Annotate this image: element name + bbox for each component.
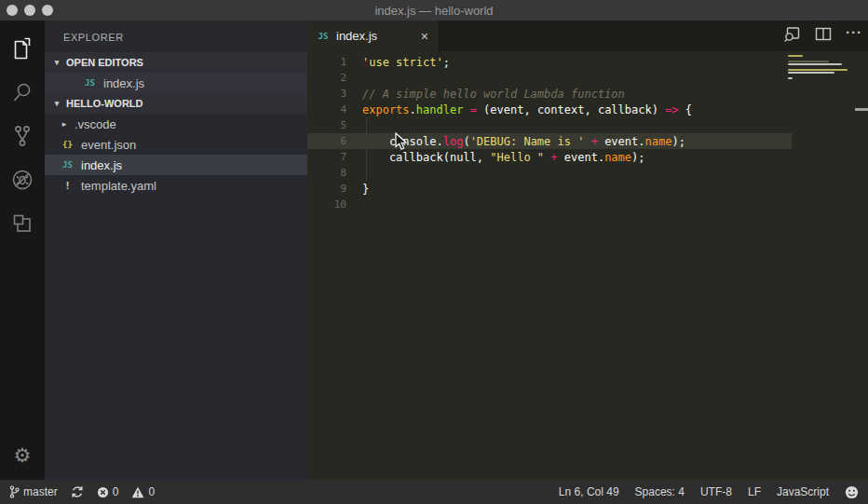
yaml-file-icon: ! [60,180,75,192]
tree-item-index-js[interactable]: JS index.js [45,155,307,175]
window-title: index.js — hello-world [374,4,493,18]
tab-close-icon[interactable]: × [421,29,428,44]
warning-icon [131,486,144,498]
error-icon [97,486,109,498]
more-actions-button[interactable]: ··· [846,33,862,39]
js-file-icon: JS [317,32,330,41]
sidebar-title: EXPLORER [45,20,307,52]
cursor-position[interactable]: Ln 6, Col 49 [559,485,619,498]
code-line[interactable]: 10 [307,197,868,212]
warning-count-value: 0 [148,485,155,498]
zoom-button[interactable] [42,5,53,16]
line-number[interactable]: 10 [307,198,362,211]
no-bug-icon [10,168,34,196]
mouse-pointer [395,132,408,154]
activity-bar: ⚙ [0,20,45,480]
line-number[interactable]: 7 [307,151,362,163]
git-branch-status[interactable]: master [9,485,58,498]
sidebar-item-debug[interactable] [0,159,45,203]
error-count[interactable]: 0 [97,485,119,498]
branch-icon [9,485,20,498]
code-text: // A simple hello world Lambda function [362,88,625,101]
minimap-line [788,69,848,71]
js-file-icon: JS [82,78,98,88]
twisty-collapsed-icon: ▸ [60,119,69,129]
sync-icon [71,485,84,498]
code-line[interactable]: 8 [307,165,868,181]
code-text: 'use strict'; [362,56,450,69]
traffic-lights [7,5,53,16]
sidebar-item-extensions[interactable] [0,203,45,247]
encoding-setting[interactable]: UTF-8 [700,485,732,498]
minimap-line [788,77,793,79]
eol-setting[interactable]: LF [748,485,761,498]
code-text: exports.handler = (event, context, callb… [362,103,692,116]
code-line[interactable]: 5 [307,117,868,133]
warning-count[interactable]: 0 [131,485,155,498]
tab-bar: JS index.js × [307,20,868,51]
code-line[interactable]: 2 [307,70,868,86]
line-number[interactable]: 6 [307,135,362,147]
explorer-sidebar: EXPLORER ▾ OPEN EDITORS JS index.js ▾ HE… [45,20,307,480]
js-file-icon: JS [60,160,75,170]
twisty-expanded-icon: ▾ [52,58,61,67]
code-editor[interactable]: 1'use strict';23// A simple hello world … [307,51,868,480]
line-number[interactable]: 4 [307,103,362,116]
tab-label: index.js [336,29,377,43]
code-text: console.log('DEBUG: Name is ' + event.na… [362,135,685,148]
file-name: index.js [103,76,144,90]
sidebar-item-source-control[interactable] [0,116,45,159]
open-editor-index-js[interactable]: JS index.js [45,73,307,93]
branch-name: master [23,485,58,498]
minimap-line [788,55,803,57]
minimap-line [788,72,834,74]
file-name: event.json [81,138,136,152]
close-button[interactable] [7,5,18,16]
line-number[interactable]: 5 [307,119,362,131]
code-line[interactable]: 9} [307,181,868,197]
minimize-button[interactable] [24,5,35,16]
tree-item-event-json[interactable]: {} event.json [45,134,307,155]
vscode-window: index.js — hello-world [0,0,868,504]
files-icon [11,36,34,64]
extensions-icon [11,212,34,238]
smiley-icon [845,485,859,499]
line-number[interactable]: 8 [307,167,362,179]
file-name: template.yaml [81,179,156,193]
code-line[interactable]: 4exports.handler = (event, context, call… [307,102,868,117]
sidebar-item-explorer[interactable] [0,28,45,72]
line-number[interactable]: 2 [307,72,362,84]
section-hello-world[interactable]: ▾ HELLO-WORLD [45,93,307,114]
titlebar: index.js — hello-world [0,0,868,20]
feedback-button[interactable] [845,485,859,499]
code-line[interactable]: 1'use strict'; [307,54,868,70]
tree-item-template-yaml[interactable]: ! template.yaml [45,175,307,196]
json-file-icon: {} [60,140,75,149]
tab-index-js[interactable]: JS index.js × [307,20,438,51]
code-text: } [362,183,369,196]
indentation-setting[interactable]: Spaces: 4 [635,485,685,498]
split-editor-button[interactable] [815,27,832,45]
gear-icon: ⚙ [14,446,32,466]
language-mode[interactable]: JavaScript [777,485,829,498]
code-line[interactable]: 3// A simple hello world Lambda function [307,86,868,102]
error-count-value: 0 [113,485,119,498]
scrollbar-thumb[interactable] [855,108,868,111]
sidebar-item-search[interactable] [0,72,45,116]
sync-button[interactable] [71,485,84,498]
twisty-expanded-icon: ▾ [52,99,61,108]
section-label: HELLO-WORLD [66,98,142,109]
section-open-editors[interactable]: ▾ OPEN EDITORS [45,52,307,73]
minimap-line [788,63,842,65]
settings-button[interactable]: ⚙ [0,444,45,467]
line-number[interactable]: 3 [307,88,362,100]
line-number[interactable]: 9 [307,183,362,195]
open-changes-button[interactable] [783,26,801,47]
code-line[interactable]: 6 console.log('DEBUG: Name is ' + event.… [307,133,868,149]
code-line[interactable]: 7 callback(null, "Hello " + event.name); [307,149,868,165]
line-number[interactable]: 1 [307,56,362,68]
editor-group: JS index.js × [307,20,868,480]
file-name: index.js [81,158,122,172]
minimap[interactable] [788,55,846,80]
tree-item-vscode-folder[interactable]: ▸ .vscode [45,114,307,134]
